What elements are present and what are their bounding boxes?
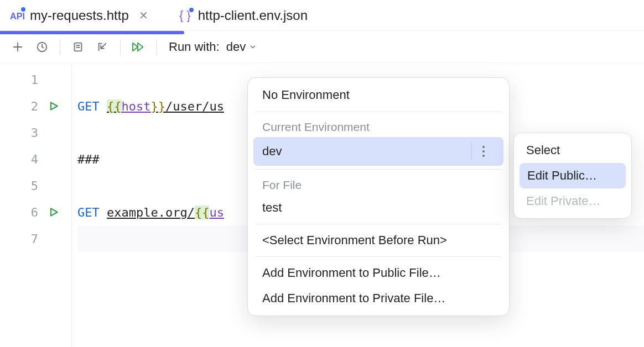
line-number: 4: [27, 153, 38, 166]
submenu-item-select[interactable]: Select: [514, 138, 631, 163]
separator: [60, 39, 60, 55]
import-button[interactable]: [91, 36, 113, 58]
template-var: host: [122, 99, 151, 113]
run-with-selector: Run with: dev: [169, 40, 257, 54]
history-button[interactable]: [31, 36, 53, 58]
add-button[interactable]: [7, 36, 29, 58]
submenu-item-edit-private: Edit Private…: [514, 188, 631, 214]
separator: [256, 224, 501, 224]
line-number: 7: [27, 232, 38, 246]
gutter: 1 2 3 4 5 6 7: [0, 63, 72, 347]
env-item-add-public[interactable]: Add Environment to Public File…: [248, 260, 509, 286]
api-icon: API: [10, 8, 24, 23]
separator: [120, 39, 121, 55]
close-icon[interactable]: ✕: [139, 9, 148, 22]
separator: [256, 256, 501, 257]
run-gutter-icon[interactable]: [48, 101, 59, 112]
run-with-label: Run with:: [169, 40, 220, 54]
run-with-value[interactable]: dev: [226, 40, 257, 54]
separator: [256, 169, 501, 170]
separator: [156, 39, 157, 55]
editor-tabs: API my-requests.http ✕ { } http-client.e…: [0, 0, 644, 31]
env-item-dev[interactable]: dev: [253, 137, 503, 166]
tab-http-client-env[interactable]: { } http-client.env.json: [169, 0, 318, 30]
line-number: 2: [27, 99, 38, 113]
env-item-add-private[interactable]: Add Environment to Private File…: [248, 286, 509, 311]
more-icon[interactable]: [471, 143, 495, 160]
line-number: 5: [27, 179, 38, 193]
run-gutter-icon[interactable]: [48, 207, 59, 218]
environment-dropdown: No Environment Current Environment dev F…: [247, 77, 510, 316]
http-method: GET: [77, 99, 100, 113]
dropdown-section-header: Current Environment: [248, 115, 509, 137]
braces-icon: { }: [179, 9, 193, 22]
line-number: 6: [27, 206, 38, 219]
run-all-button[interactable]: [127, 36, 149, 58]
env-item-no-environment[interactable]: No Environment: [248, 82, 509, 108]
examples-button[interactable]: [67, 36, 89, 58]
active-tab-indicator: [0, 31, 184, 34]
line-number: 3: [27, 126, 38, 140]
chevron-down-icon: [249, 43, 257, 51]
editor-toolbar: Run with: dev: [0, 31, 644, 63]
environment-submenu: Select Edit Public… Edit Private…: [513, 133, 632, 219]
tab-label: my-requests.http: [30, 8, 129, 23]
submenu-item-edit-public[interactable]: Edit Public…: [520, 163, 626, 188]
template-var: us: [209, 206, 224, 219]
separator: [256, 111, 501, 112]
env-item-select-before-run[interactable]: <Select Environment Before Run>: [248, 228, 509, 253]
dropdown-section-header: For File: [248, 173, 509, 195]
tab-label: http-client.env.json: [198, 8, 308, 23]
env-item-test[interactable]: test: [248, 195, 509, 220]
request-separator: ###: [77, 153, 100, 166]
line-number: 1: [27, 73, 38, 87]
http-method: GET: [77, 206, 100, 219]
tab-my-requests[interactable]: API my-requests.http ✕: [0, 0, 158, 30]
